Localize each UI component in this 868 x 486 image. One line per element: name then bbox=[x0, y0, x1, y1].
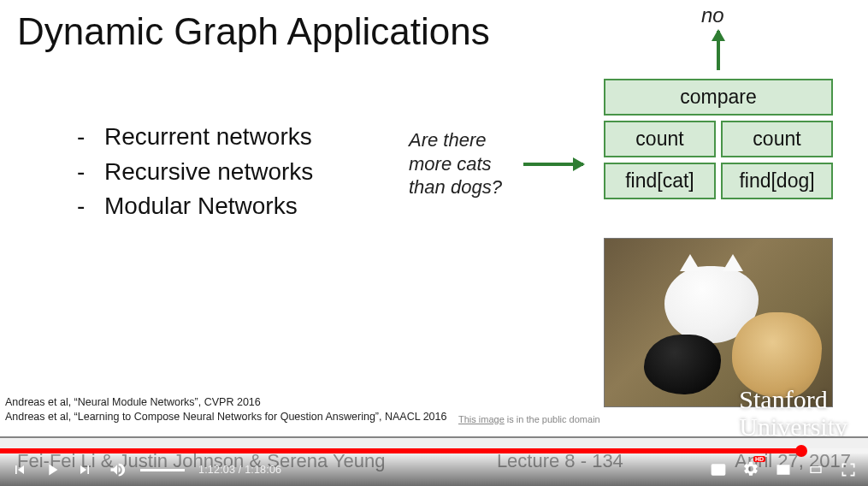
volume-icon bbox=[109, 461, 126, 478]
time-current: 1:12:03 bbox=[198, 464, 235, 476]
list-item: -Recurrent networks bbox=[77, 120, 313, 155]
answer-text: no bbox=[701, 3, 724, 27]
arrow-up-icon bbox=[717, 31, 720, 70]
module-box-find-cat: find[cat] bbox=[604, 163, 716, 199]
theater-icon bbox=[806, 463, 825, 477]
miniplayer-icon bbox=[775, 461, 792, 478]
question-text: Are there more cats than dogs? bbox=[409, 128, 502, 199]
bullet-text: Modular Networks bbox=[104, 189, 298, 224]
slide-title: Dynamic Graph Applications bbox=[17, 10, 490, 53]
bullet-text: Recurrent networks bbox=[104, 120, 312, 155]
previous-button[interactable] bbox=[10, 460, 29, 479]
skip-previous-icon bbox=[11, 461, 28, 478]
citations: Andreas et al, “Neural Module Networks”,… bbox=[5, 395, 446, 424]
module-box-count-right: count bbox=[721, 121, 833, 157]
arrow-right-icon bbox=[523, 163, 583, 166]
module-diagram: compare count count find[cat] find[dog] bbox=[604, 79, 833, 199]
mute-button[interactable] bbox=[108, 460, 127, 479]
play-icon bbox=[43, 460, 62, 479]
player-controls: 1:12:03 / 1:18:06 HD bbox=[0, 453, 868, 486]
volume-slider[interactable] bbox=[140, 469, 185, 471]
next-button[interactable] bbox=[75, 460, 94, 479]
dog-shape-black bbox=[644, 335, 721, 394]
subtitles-icon bbox=[710, 461, 727, 478]
list-item: -Recursive networks bbox=[77, 155, 313, 190]
module-box-find-dog: find[dog] bbox=[721, 163, 833, 199]
time-display: 1:12:03 / 1:18:06 bbox=[198, 464, 281, 476]
citation-line: Andreas et al, “Learning to Compose Neur… bbox=[5, 410, 446, 424]
module-box-compare: compare bbox=[604, 79, 833, 116]
bullet-list: -Recurrent networks -Recursive networks … bbox=[77, 120, 313, 224]
fullscreen-button[interactable] bbox=[839, 460, 858, 479]
miniplayer-button[interactable] bbox=[774, 460, 793, 479]
skip-next-icon bbox=[76, 461, 93, 478]
bullet-text: Recursive networks bbox=[104, 155, 313, 190]
hd-badge: HD bbox=[753, 456, 765, 462]
fullscreen-icon bbox=[840, 461, 857, 478]
play-button[interactable] bbox=[43, 460, 62, 479]
example-image bbox=[604, 238, 833, 407]
watermark-university: Stanford University bbox=[739, 386, 847, 440]
list-item: -Modular Networks bbox=[77, 189, 313, 224]
citation-line: Andreas et al, “Neural Module Networks”,… bbox=[5, 395, 446, 410]
gear-icon bbox=[742, 460, 759, 477]
theater-button[interactable] bbox=[806, 460, 825, 479]
image-attribution-link[interactable]: This image bbox=[458, 414, 505, 424]
time-total: 1:18:06 bbox=[245, 464, 281, 476]
subtitles-button[interactable] bbox=[709, 460, 728, 479]
settings-button[interactable]: HD bbox=[741, 459, 760, 481]
image-attribution: This image is in the public domain bbox=[458, 414, 600, 424]
module-box-count-left: count bbox=[604, 121, 716, 157]
slide: Dynamic Graph Applications -Recurrent ne… bbox=[0, 0, 868, 486]
